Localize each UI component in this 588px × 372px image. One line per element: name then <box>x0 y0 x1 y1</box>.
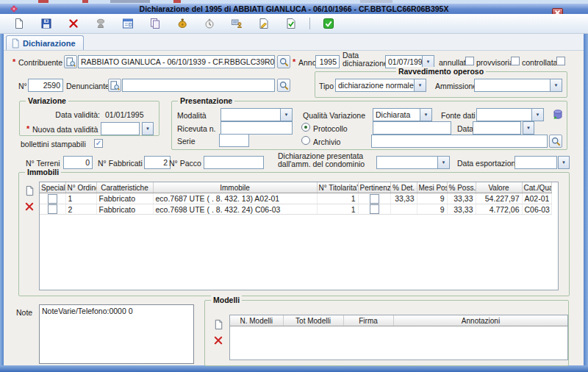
annullata-checkbox[interactable] <box>465 57 474 65</box>
cell-cat: A02-01 <box>522 193 551 204</box>
chevron-down-icon[interactable]: ▼ <box>438 156 450 169</box>
background-artifact <box>110 0 150 3</box>
payments-button[interactable] <box>173 15 191 32</box>
delete-icon <box>24 201 35 212</box>
col-n-modelli[interactable]: N. Modelli <box>230 315 283 326</box>
clock-button[interactable] <box>201 15 218 32</box>
chevron-down-icon[interactable]: ▼ <box>415 79 426 92</box>
immobili-add-button[interactable] <box>23 184 36 197</box>
anno-value: 1995 <box>320 57 337 66</box>
note-label: Note <box>16 308 32 317</box>
immobili-delete-button[interactable] <box>23 200 36 213</box>
protocollo-data-dropdown-button[interactable]: ▼ <box>523 121 534 135</box>
bollettini-checkbox[interactable] <box>94 139 103 148</box>
pertinenza-checkbox[interactable] <box>370 204 379 214</box>
cell-immobile: eco.7698 UTE ( . 8. 432. 24) C06-03 <box>153 204 317 215</box>
delete-button[interactable] <box>65 15 82 32</box>
nuova-data-validita-label: Nuova data validità <box>32 125 98 134</box>
anno-input[interactable]: 1995 <box>315 55 340 68</box>
chevron-down-icon[interactable]: ▼ <box>551 79 562 92</box>
document-lookup-icon <box>66 57 76 67</box>
new-document-button[interactable] <box>10 15 28 32</box>
numero-input[interactable]: 2590 <box>28 79 63 92</box>
ammissione-label: Ammissione <box>435 82 477 90</box>
col-tot-modelli[interactable]: Tot Modelli <box>283 315 343 326</box>
pertinenza-checkbox[interactable] <box>370 194 379 204</box>
col-perc-poss[interactable]: % Poss. <box>447 182 476 193</box>
fabbricati-input[interactable]: 2 <box>144 156 171 169</box>
archivio-radio[interactable] <box>301 136 310 145</box>
cell-caratteristiche: Fabbricato <box>96 193 153 204</box>
qualita-variazione-select[interactable]: Dichiarata ▼ <box>373 108 432 121</box>
data-esportazione-dropdown-button[interactable]: ▼ <box>558 156 570 169</box>
modelli-delete-button[interactable] <box>212 334 225 347</box>
nuova-data-dropdown-button[interactable]: ▼ <box>142 122 154 135</box>
new-document-icon <box>13 18 25 29</box>
denunciante-detail-button[interactable] <box>108 79 121 92</box>
document-lookup-icon <box>110 81 120 90</box>
denunciante-input[interactable] <box>122 79 275 92</box>
cell-ordine: 1 <box>65 193 96 204</box>
confirm-button[interactable] <box>320 15 337 32</box>
col-annotazioni[interactable]: Annotazioni <box>393 315 568 326</box>
col-immobile[interactable]: Immobile <box>153 182 317 193</box>
col-valore[interactable]: Valore <box>476 182 522 193</box>
assistance-button[interactable] <box>228 15 245 32</box>
data-esportazione-input[interactable] <box>514 156 557 169</box>
copy-button[interactable] <box>146 15 164 32</box>
denunciante-search-button[interactable] <box>277 79 290 92</box>
stamp-button[interactable] <box>92 15 110 32</box>
document-print-button[interactable] <box>255 15 273 32</box>
table-row[interactable]: 1 Fabbricato eco.7687 UTE ( . 8. 432. 13… <box>40 193 551 204</box>
modalita-select[interactable]: ▼ <box>220 108 293 121</box>
cell-det <box>390 204 417 215</box>
note-textarea[interactable]: NoteVarie/Telefono:0000 0 <box>39 304 194 364</box>
condominio-select[interactable]: ▼ <box>376 156 450 169</box>
window-border-bottom <box>0 365 588 372</box>
bollettini-label: bollettini stampabili <box>21 140 86 149</box>
tab-dichiarazione[interactable]: Dichiarazione <box>6 35 84 50</box>
new-document-icon <box>213 319 224 330</box>
save-button[interactable] <box>37 15 55 32</box>
fabbricati-value: 2 <box>163 158 168 167</box>
col-cat-qua[interactable]: Cat./Qua. <box>522 182 551 193</box>
col-n-titolarita[interactable]: N° Titolarita' <box>317 182 358 193</box>
col-caratteristiche[interactable]: Caratteristiche <box>96 182 153 193</box>
serie-input[interactable] <box>219 134 249 147</box>
contribuente-input[interactable]: RABBIATO GIANLUCA - 06/10/1939 - CF.RBBG… <box>78 55 275 68</box>
summary-form-button[interactable] <box>119 15 137 32</box>
col-n-ordine[interactable]: N° Ordine <box>65 182 96 193</box>
pacco-input[interactable] <box>204 156 264 169</box>
nuova-data-validita-input[interactable] <box>101 122 140 135</box>
terreni-input[interactable]: 0 <box>63 156 93 169</box>
fonte-dati-select[interactable]: ▼ <box>476 108 544 121</box>
chevron-down-icon[interactable]: ▼ <box>532 108 544 121</box>
document-validate-button[interactable] <box>282 15 300 32</box>
cell-valore: 4.772,06 <box>476 204 522 215</box>
protocollo-input[interactable] <box>373 121 451 135</box>
chevron-down-icon[interactable]: ▼ <box>281 108 293 121</box>
col-speciale[interactable]: Speciale <box>40 182 65 193</box>
window-border-right <box>584 34 588 372</box>
contribuente-search-button[interactable] <box>277 55 290 68</box>
controllata-checkbox[interactable] <box>556 57 565 65</box>
modelli-add-button[interactable] <box>212 318 225 331</box>
protocollo-data-input[interactable] <box>473 121 521 135</box>
col-firma[interactable]: Firma <box>343 315 393 326</box>
col-mesi-poss[interactable]: Mesi Poss. <box>417 182 447 193</box>
protocollo-radio[interactable] <box>301 123 310 132</box>
tipo-select[interactable]: dichiarazione normale ▼ <box>335 79 426 92</box>
speciale-checkbox[interactable] <box>48 204 57 214</box>
contribuente-detail-button[interactable] <box>64 55 77 68</box>
archivio-search-button[interactable] <box>549 135 562 148</box>
ammissione-select[interactable]: ▼ <box>474 79 562 92</box>
ricevuta-input[interactable] <box>220 121 293 135</box>
col-perc-det[interactable]: % Det. <box>390 182 417 193</box>
col-pertinenza[interactable]: Pertinenza <box>358 182 390 193</box>
speciale-checkbox[interactable] <box>48 194 57 204</box>
database-load-button[interactable] <box>551 108 564 121</box>
archivio-input[interactable] <box>371 135 548 148</box>
table-row[interactable]: 2 Fabbricato eco.7698 UTE ( . 8. 432. 24… <box>40 204 551 215</box>
chevron-down-icon[interactable]: ▼ <box>420 108 432 121</box>
provvisoria-checkbox[interactable] <box>511 57 520 65</box>
